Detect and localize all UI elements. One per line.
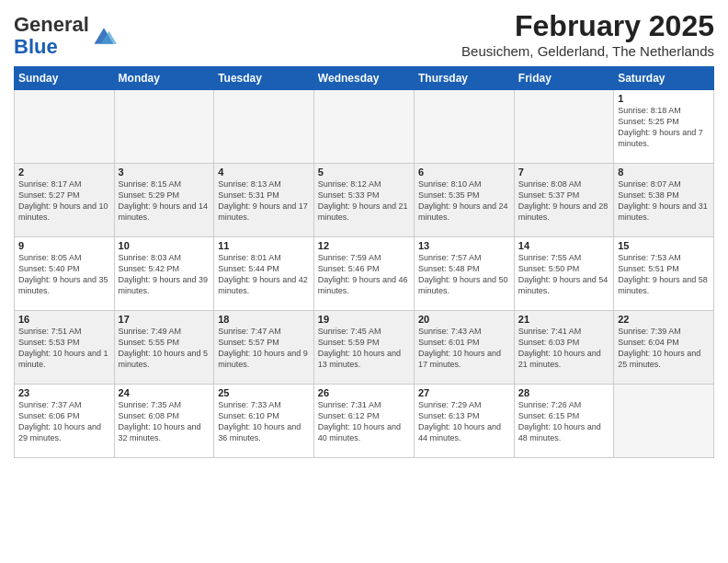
day-info: Sunrise: 7:33 AM Sunset: 6:10 PM Dayligh…	[218, 399, 310, 444]
day-number: 6	[418, 167, 510, 178]
logo-general-text: General	[14, 13, 89, 36]
day-info: Sunrise: 7:43 AM Sunset: 6:01 PM Dayligh…	[418, 326, 510, 371]
day-number: 11	[218, 240, 310, 251]
day-number: 28	[518, 387, 609, 398]
location: Beusichem, Gelderland, The Netherlands	[461, 43, 714, 59]
calendar-cell: 3Sunrise: 8:15 AM Sunset: 5:29 PM Daylig…	[114, 164, 214, 237]
day-number: 18	[218, 314, 310, 325]
day-number: 10	[119, 240, 210, 251]
day-info: Sunrise: 7:55 AM Sunset: 5:50 PM Dayligh…	[518, 252, 609, 297]
calendar-cell: 26Sunrise: 7:31 AM Sunset: 6:12 PM Dayli…	[313, 385, 414, 458]
calendar-cell	[15, 90, 115, 164]
day-info: Sunrise: 7:35 AM Sunset: 6:08 PM Dayligh…	[119, 399, 210, 444]
calendar-cell	[114, 90, 214, 164]
day-number: 1	[618, 93, 710, 104]
calendar-cell: 6Sunrise: 8:10 AM Sunset: 5:35 PM Daylig…	[414, 164, 514, 237]
calendar-cell: 7Sunrise: 8:08 AM Sunset: 5:37 PM Daylig…	[514, 164, 613, 237]
day-number: 24	[119, 387, 210, 398]
calendar-cell: 12Sunrise: 7:59 AM Sunset: 5:46 PM Dayli…	[313, 237, 414, 311]
day-number: 20	[418, 314, 510, 325]
calendar-cell	[313, 90, 414, 164]
calendar-cell: 22Sunrise: 7:39 AM Sunset: 6:04 PM Dayli…	[614, 311, 714, 385]
calendar-day-header-wednesday: Wednesday	[313, 67, 414, 90]
calendar-cell	[614, 385, 714, 458]
logo-blue-text: Blue	[14, 35, 58, 58]
page-container: General Blue February 2025 Beusichem, Ge…	[0, 0, 728, 463]
calendar-cell: 14Sunrise: 7:55 AM Sunset: 5:50 PM Dayli…	[514, 237, 613, 311]
calendar-cell: 9Sunrise: 8:05 AM Sunset: 5:40 PM Daylig…	[15, 237, 115, 311]
day-info: Sunrise: 7:59 AM Sunset: 5:46 PM Dayligh…	[318, 252, 410, 297]
calendar-day-header-friday: Friday	[514, 67, 613, 90]
calendar-cell: 15Sunrise: 7:53 AM Sunset: 5:51 PM Dayli…	[614, 237, 714, 311]
calendar-cell: 8Sunrise: 8:07 AM Sunset: 5:38 PM Daylig…	[614, 164, 714, 237]
day-number: 23	[18, 387, 110, 398]
day-number: 15	[618, 240, 710, 251]
day-number: 25	[218, 387, 310, 398]
day-info: Sunrise: 8:03 AM Sunset: 5:42 PM Dayligh…	[119, 252, 210, 297]
calendar-cell: 20Sunrise: 7:43 AM Sunset: 6:01 PM Dayli…	[414, 311, 514, 385]
day-info: Sunrise: 7:49 AM Sunset: 5:55 PM Dayligh…	[119, 326, 210, 371]
day-number: 17	[119, 314, 210, 325]
day-number: 3	[119, 167, 210, 178]
calendar-cell: 5Sunrise: 8:12 AM Sunset: 5:33 PM Daylig…	[313, 164, 414, 237]
day-info: Sunrise: 7:41 AM Sunset: 6:03 PM Dayligh…	[518, 326, 609, 371]
calendar-day-header-monday: Monday	[114, 67, 214, 90]
calendar-cell	[214, 90, 314, 164]
calendar-cell: 27Sunrise: 7:29 AM Sunset: 6:13 PM Dayli…	[414, 385, 514, 458]
calendar-cell: 13Sunrise: 7:57 AM Sunset: 5:48 PM Dayli…	[414, 237, 514, 311]
day-info: Sunrise: 7:26 AM Sunset: 6:15 PM Dayligh…	[518, 399, 609, 444]
month-year: February 2025	[461, 9, 714, 43]
day-number: 12	[318, 240, 410, 251]
calendar-header-row: SundayMondayTuesdayWednesdayThursdayFrid…	[15, 67, 714, 90]
calendar-cell: 16Sunrise: 7:51 AM Sunset: 5:53 PM Dayli…	[15, 311, 115, 385]
calendar-cell: 21Sunrise: 7:41 AM Sunset: 6:03 PM Dayli…	[514, 311, 613, 385]
day-info: Sunrise: 7:37 AM Sunset: 6:06 PM Dayligh…	[18, 399, 110, 444]
calendar-cell: 25Sunrise: 7:33 AM Sunset: 6:10 PM Dayli…	[214, 385, 314, 458]
calendar-cell: 19Sunrise: 7:45 AM Sunset: 5:59 PM Dayli…	[313, 311, 414, 385]
day-info: Sunrise: 7:47 AM Sunset: 5:57 PM Dayligh…	[218, 326, 310, 371]
calendar-cell: 17Sunrise: 7:49 AM Sunset: 5:55 PM Dayli…	[114, 311, 214, 385]
calendar-day-header-thursday: Thursday	[414, 67, 514, 90]
calendar-day-header-tuesday: Tuesday	[214, 67, 314, 90]
calendar-cell: 28Sunrise: 7:26 AM Sunset: 6:15 PM Dayli…	[514, 385, 613, 458]
day-info: Sunrise: 7:51 AM Sunset: 5:53 PM Dayligh…	[18, 326, 110, 371]
day-info: Sunrise: 7:45 AM Sunset: 5:59 PM Dayligh…	[318, 326, 410, 371]
day-number: 7	[518, 167, 609, 178]
day-number: 9	[18, 240, 110, 251]
day-number: 5	[318, 167, 410, 178]
calendar-day-header-saturday: Saturday	[614, 67, 714, 90]
calendar-cell: 4Sunrise: 8:13 AM Sunset: 5:31 PM Daylig…	[214, 164, 314, 237]
calendar-cell: 2Sunrise: 8:17 AM Sunset: 5:27 PM Daylig…	[15, 164, 115, 237]
calendar-cell: 18Sunrise: 7:47 AM Sunset: 5:57 PM Dayli…	[214, 311, 314, 385]
day-number: 27	[418, 387, 510, 398]
calendar-cell: 23Sunrise: 7:37 AM Sunset: 6:06 PM Dayli…	[15, 385, 115, 458]
day-info: Sunrise: 7:31 AM Sunset: 6:12 PM Dayligh…	[318, 399, 410, 444]
calendar-cell: 1Sunrise: 8:18 AM Sunset: 5:25 PM Daylig…	[614, 90, 714, 164]
day-info: Sunrise: 8:18 AM Sunset: 5:25 PM Dayligh…	[618, 105, 710, 150]
calendar-cell: 10Sunrise: 8:03 AM Sunset: 5:42 PM Dayli…	[114, 237, 214, 311]
calendar-cell: 24Sunrise: 7:35 AM Sunset: 6:08 PM Dayli…	[114, 385, 214, 458]
day-info: Sunrise: 8:17 AM Sunset: 5:27 PM Dayligh…	[18, 178, 110, 224]
day-number: 2	[18, 167, 110, 178]
page-header: General Blue February 2025 Beusichem, Ge…	[14, 9, 714, 59]
day-info: Sunrise: 8:10 AM Sunset: 5:35 PM Dayligh…	[418, 178, 510, 224]
calendar-day-header-sunday: Sunday	[15, 67, 115, 90]
logo: General Blue	[14, 14, 117, 58]
day-number: 14	[518, 240, 609, 251]
calendar-cell	[414, 90, 514, 164]
day-info: Sunrise: 7:29 AM Sunset: 6:13 PM Dayligh…	[418, 399, 510, 444]
day-number: 13	[418, 240, 510, 251]
day-info: Sunrise: 8:08 AM Sunset: 5:37 PM Dayligh…	[518, 178, 609, 224]
day-info: Sunrise: 8:12 AM Sunset: 5:33 PM Dayligh…	[318, 178, 410, 224]
day-number: 8	[618, 167, 710, 178]
day-number: 22	[618, 314, 710, 325]
day-number: 21	[518, 314, 609, 325]
day-info: Sunrise: 8:01 AM Sunset: 5:44 PM Dayligh…	[218, 252, 310, 297]
day-info: Sunrise: 7:57 AM Sunset: 5:48 PM Dayligh…	[418, 252, 510, 297]
calendar-table: SundayMondayTuesdayWednesdayThursdayFrid…	[14, 66, 714, 458]
day-info: Sunrise: 7:53 AM Sunset: 5:51 PM Dayligh…	[618, 252, 710, 297]
calendar-cell	[514, 90, 613, 164]
day-info: Sunrise: 8:13 AM Sunset: 5:31 PM Dayligh…	[218, 178, 310, 224]
day-info: Sunrise: 7:39 AM Sunset: 6:04 PM Dayligh…	[618, 326, 710, 371]
day-number: 19	[318, 314, 410, 325]
